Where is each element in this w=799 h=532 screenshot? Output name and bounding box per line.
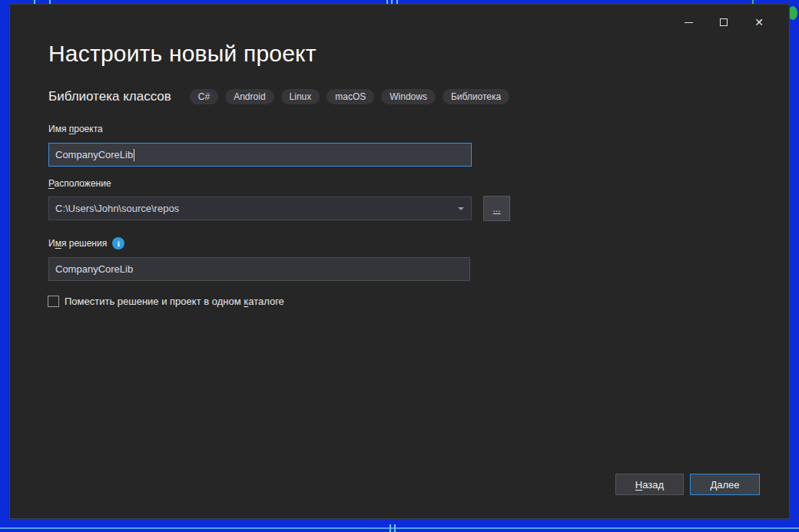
- desktop-tick-artifact: [390, 524, 391, 532]
- template-name: Библиотека классов: [48, 89, 171, 104]
- solution-name-label-row: Имя решения i: [48, 237, 124, 249]
- minimize-button[interactable]: [671, 11, 706, 34]
- maximize-icon: [720, 18, 728, 26]
- same-folder-checkbox-row: Поместить решение и проект в одном катал…: [48, 296, 284, 307]
- browse-button-label: ...: [492, 203, 500, 214]
- solution-name-label: Имя решения: [48, 238, 107, 249]
- window-controls: ✕: [671, 11, 777, 34]
- template-tags: C# Android Linux macOS Windows Библиотек…: [190, 89, 509, 104]
- back-button-label: Назад: [635, 479, 664, 491]
- info-icon[interactable]: i: [112, 237, 124, 249]
- tag-csharp: C#: [190, 89, 218, 104]
- desktop-tick-artifact: [394, 524, 396, 532]
- text-caret: [134, 149, 134, 161]
- project-name-value: CompanyCoreLib: [55, 149, 133, 160]
- chevron-down-icon: [458, 207, 464, 210]
- tag-windows: Windows: [381, 89, 436, 104]
- project-name-label: Имя проекта: [48, 124, 103, 134]
- title-bar[interactable]: ✕: [10, 5, 789, 38]
- next-button-label: Далее: [710, 479, 739, 491]
- maximize-button[interactable]: [706, 11, 741, 34]
- minimize-icon: [685, 22, 693, 23]
- configure-project-dialog: ✕ Настроить новый проект Библиотека клас…: [9, 4, 790, 519]
- tag-linux: Linux: [281, 89, 320, 104]
- tag-android: Android: [225, 89, 274, 104]
- close-button[interactable]: ✕: [741, 11, 777, 34]
- solution-name-value: CompanyCoreLib: [55, 263, 133, 275]
- tag-library: Библиотека: [443, 89, 509, 104]
- project-name-input[interactable]: CompanyCoreLib: [48, 143, 472, 167]
- location-label: Расположение: [48, 178, 111, 189]
- back-button[interactable]: Назад: [615, 474, 684, 495]
- desktop-stripe-artifact: [0, 527, 799, 529]
- same-folder-checkbox[interactable]: [48, 296, 59, 307]
- solution-name-input[interactable]: CompanyCoreLib: [48, 257, 470, 281]
- location-value: C:\Users\John\source\repos: [55, 203, 179, 214]
- close-icon: ✕: [754, 17, 764, 28]
- page-title: Настроить новый проект: [48, 41, 317, 67]
- same-folder-checkbox-label: Поместить решение и проект в одном катал…: [65, 296, 284, 307]
- tag-macos: macOS: [327, 89, 374, 104]
- next-button[interactable]: Далее: [690, 474, 760, 495]
- template-row: Библиотека классов C# Android Linux macO…: [48, 89, 509, 104]
- browse-button[interactable]: ...: [483, 196, 510, 221]
- location-combobox[interactable]: C:\Users\John\source\repos: [48, 197, 472, 220]
